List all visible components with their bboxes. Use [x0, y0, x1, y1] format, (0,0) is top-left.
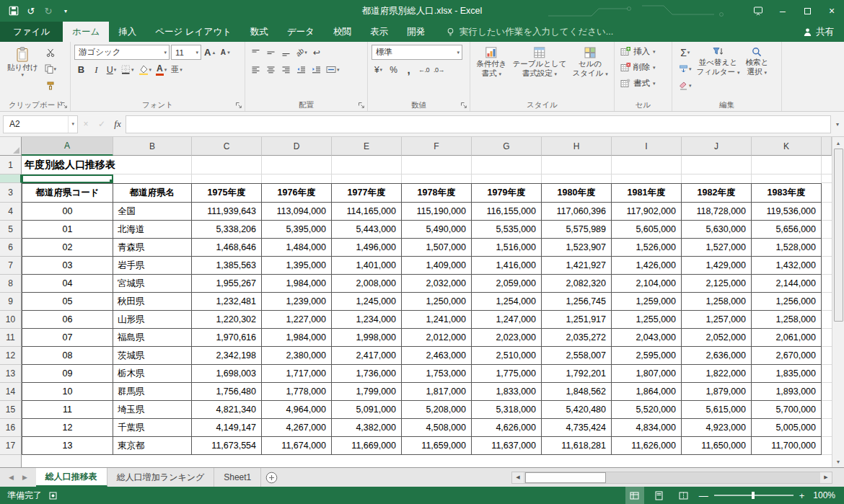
cell-c15[interactable]: 4,821,340 [192, 401, 262, 419]
row-header-11[interactable]: 11 [0, 329, 22, 347]
cell-e16[interactable]: 4,382,000 [332, 419, 402, 437]
merge-center-button[interactable]: ▾ [325, 62, 341, 77]
cell-partial-1[interactable] [822, 156, 832, 174]
cell-c8[interactable]: 1,955,267 [192, 275, 262, 293]
cell-b13[interactable]: 栃木県 [113, 365, 192, 383]
insert-cells-button[interactable]: 挿入 ▾ [618, 45, 658, 58]
cell-c16[interactable]: 4,149,147 [192, 419, 262, 437]
column-header-e[interactable]: E [332, 137, 402, 156]
cell-partial-6[interactable] [822, 239, 832, 257]
cell-d16[interactable]: 4,267,000 [262, 419, 332, 437]
tell-me-box[interactable]: 実行したい作業を入力してください... [446, 22, 613, 42]
column-header-b[interactable]: B [113, 137, 192, 156]
cell-partial-7[interactable] [822, 257, 832, 275]
cell-j12[interactable]: 2,636,000 [682, 347, 752, 365]
cell-i7[interactable]: 1,426,000 [612, 257, 682, 275]
cell-j13[interactable]: 1,822,000 [682, 365, 752, 383]
cell-d9[interactable]: 1,239,000 [262, 293, 332, 311]
sort-filter-button[interactable]: 並べ替えと フィルター ▾ [695, 45, 742, 99]
cell-f13[interactable]: 1,753,000 [402, 365, 472, 383]
cell-b11[interactable]: 福島県 [113, 329, 192, 347]
align-center-button[interactable] [264, 62, 278, 77]
cell-b12[interactable]: 茨城県 [113, 347, 192, 365]
cell-h11[interactable]: 2,035,272 [542, 329, 612, 347]
cell-partial-2[interactable] [822, 174, 832, 183]
row-header-9[interactable]: 9 [0, 293, 22, 311]
vertical-scrollbar[interactable]: ▲ ▼ [832, 137, 844, 467]
cell-d8[interactable]: 1,984,000 [262, 275, 332, 293]
cell-g1[interactable] [472, 156, 542, 174]
insert-function-button[interactable]: fx [110, 115, 126, 133]
format-as-table-button[interactable]: テーブルとして 書式設定 ▾ [510, 45, 568, 99]
cell-f17[interactable]: 11,659,000 [402, 437, 472, 455]
cell-f9[interactable]: 1,250,000 [402, 293, 472, 311]
cell-d4[interactable]: 113,094,000 [262, 203, 332, 221]
formula-bar-expand-button[interactable]: ▾ [831, 115, 844, 133]
cell-d7[interactable]: 1,395,000 [262, 257, 332, 275]
close-button[interactable]: × [819, 0, 844, 22]
cell-j11[interactable]: 2,052,000 [682, 329, 752, 347]
font-size-combo[interactable]: 11▾ [171, 45, 201, 60]
cell-f1[interactable] [402, 156, 472, 174]
horizontal-scroll-thumb[interactable] [525, 472, 606, 483]
wrap-text-button[interactable]: ↩ [310, 45, 324, 60]
ribbon-tab-1[interactable]: 挿入 [109, 22, 146, 42]
macro-record-icon[interactable] [49, 492, 57, 500]
cell-h9[interactable]: 1,256,745 [542, 293, 612, 311]
header-cell-7[interactable]: 1980年度 [542, 183, 612, 203]
cell-b10[interactable]: 山形県 [113, 311, 192, 329]
cell-e9[interactable]: 1,245,000 [332, 293, 402, 311]
cell-e13[interactable]: 1,736,000 [332, 365, 402, 383]
ribbon-tab-0[interactable]: ホーム [63, 22, 109, 42]
cell-h13[interactable]: 1,792,201 [542, 365, 612, 383]
cell-f14[interactable]: 1,817,000 [402, 383, 472, 401]
enter-button[interactable]: ✓ [94, 115, 110, 133]
cell-styles-button[interactable]: セルの スタイル ▾ [570, 45, 610, 99]
ribbon-tab-3[interactable]: 数式 [241, 22, 278, 42]
header-cell-4[interactable]: 1977年度 [332, 183, 402, 203]
fill-button[interactable]: ▾ [677, 61, 693, 76]
cell-k5[interactable]: 5,656,000 [752, 221, 822, 239]
header-cell-10[interactable]: 1983年度 [752, 183, 822, 203]
cell-i6[interactable]: 1,526,000 [612, 239, 682, 257]
clear-button[interactable]: ▾ [677, 78, 693, 93]
row-header-7[interactable]: 7 [0, 257, 22, 275]
cell-g15[interactable]: 5,318,000 [472, 401, 542, 419]
row-header-2-selected[interactable] [0, 174, 22, 183]
cancel-button[interactable]: × [78, 115, 94, 133]
cell-f11[interactable]: 2,012,000 [402, 329, 472, 347]
cell-g2[interactable] [472, 174, 542, 183]
cell-h17[interactable]: 11,618,281 [542, 437, 612, 455]
cell-h8[interactable]: 2,082,320 [542, 275, 612, 293]
cell-f6[interactable]: 1,507,000 [402, 239, 472, 257]
cell-a1-title[interactable]: 年度別総人口推移表 [22, 156, 192, 174]
cell-d12[interactable]: 2,380,000 [262, 347, 332, 365]
header-cell-0[interactable]: 都道府県コード [22, 183, 113, 203]
header-cell-9[interactable]: 1982年度 [682, 183, 752, 203]
cell-j10[interactable]: 1,257,000 [682, 311, 752, 329]
cell-i16[interactable]: 4,834,000 [612, 419, 682, 437]
cell-b4[interactable]: 全国 [113, 203, 192, 221]
cell-j7[interactable]: 1,429,000 [682, 257, 752, 275]
cell-partial-5[interactable] [822, 221, 832, 239]
cell-g6[interactable]: 1,516,000 [472, 239, 542, 257]
cell-b7[interactable]: 岩手県 [113, 257, 192, 275]
ribbon-display-options-button[interactable] [746, 0, 770, 22]
autosum-button[interactable]: Σ▾ [677, 45, 693, 60]
cell-a16[interactable]: 12 [22, 419, 113, 437]
cell-i2[interactable] [612, 174, 682, 183]
column-header-g[interactable]: G [472, 137, 542, 156]
page-break-view-button[interactable] [674, 487, 693, 504]
cell-h2[interactable] [542, 174, 612, 183]
select-all-button[interactable] [0, 137, 22, 156]
cell-c11[interactable]: 1,970,616 [192, 329, 262, 347]
cell-a8[interactable]: 04 [22, 275, 113, 293]
decrease-decimal-button[interactable]: .0→ [432, 62, 446, 77]
maximize-button[interactable] [795, 0, 819, 22]
cell-d1[interactable] [262, 156, 332, 174]
ribbon-tab-6[interactable]: 表示 [361, 22, 397, 42]
save-button[interactable] [6, 2, 22, 19]
sheet-tab-1[interactable]: 総人口増加ランキング [107, 468, 214, 487]
cell-h7[interactable]: 1,421,927 [542, 257, 612, 275]
cell-j16[interactable]: 4,923,000 [682, 419, 752, 437]
